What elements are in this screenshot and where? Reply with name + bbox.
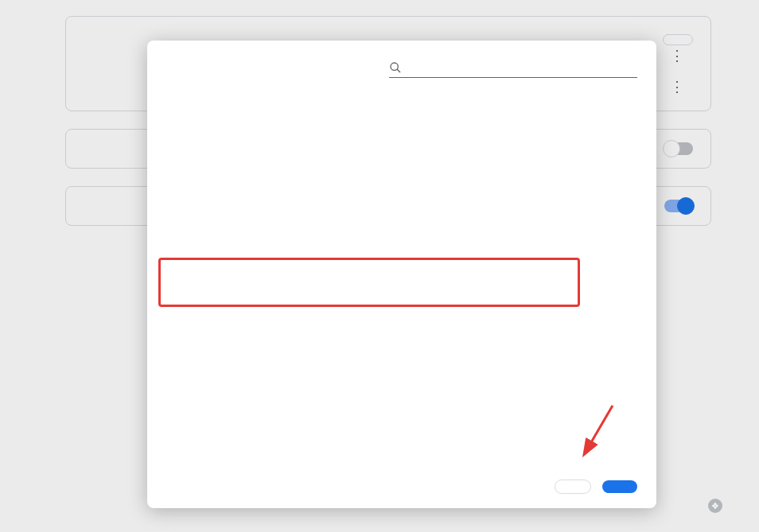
svg-line-1 (397, 69, 400, 72)
dialog-footer (147, 465, 656, 508)
watermark: ❖ (708, 499, 727, 513)
svg-point-0 (391, 63, 398, 70)
dialog-header (147, 41, 656, 89)
wechat-icon: ❖ (708, 499, 722, 513)
add-language-dialog (147, 41, 656, 508)
language-list[interactable] (147, 89, 656, 465)
search-input[interactable] (407, 58, 637, 77)
cancel-button[interactable] (555, 480, 591, 494)
search-icon (389, 61, 402, 74)
search-field[interactable] (389, 58, 637, 78)
add-button[interactable] (602, 480, 637, 493)
